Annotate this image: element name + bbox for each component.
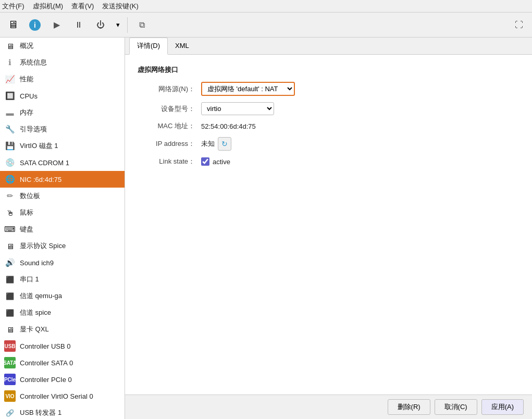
apply-button[interactable]: 应用(A) [481,399,524,415]
sidebar-item-label-ctrl-virtio: Controller VirtIO Serial 0 [20,392,120,400]
si-mem-icon [4,107,16,118]
main-layout: 概况系统信息性能CPUs内存引导选项VirtIO 磁盘 1SATA CDROM … [0,38,532,419]
sidebar-item-label-keyboard: 键盘 [20,225,120,234]
toolbar-power-dropdown-btn[interactable]: ▾ [113,15,123,35]
si-display-icon [4,240,16,252]
sidebar-item-perf[interactable]: 性能 [0,71,125,88]
device-type-label: 设备型号： [138,104,195,114]
sidebar-item-label-sound: Sound ich9 [20,259,120,267]
sidebar-item-label-display: 显示协议 Spice [20,241,120,251]
sidebar-item-label-boot: 引导选项 [20,125,120,134]
sidebar-item-sysinfo[interactable]: 系统信息 [0,54,125,71]
si-cdrom-icon [4,157,16,168]
power-icon [96,20,105,30]
sidebar-item-vga[interactable]: 显卡 QXL [0,321,125,338]
menu-bar: 文件(F) 虚拟机(M) 查看(V) 发送按键(K) [0,0,532,13]
sidebar-item-cdrom[interactable]: SATA CDROM 1 [0,154,125,171]
ip-area: 未知 ↻ [201,137,231,151]
ip-value: 未知 [201,139,215,149]
monitor-icon: 🖥 [8,19,18,31]
link-state-area: active [201,157,230,166]
sidebar-item-label-virtio: VirtIO 磁盘 1 [20,141,120,151]
network-source-select[interactable]: 虚拟网络 'default' : NAT [201,82,295,96]
si-perf-icon [4,73,16,85]
sidebar-item-label-channel-qemu: 信道 qemu-ga [20,291,120,301]
ip-address-row: IP address： 未知 ↻ [138,137,519,151]
si-sound-icon [4,257,16,268]
delete-button[interactable]: 删除(R) [388,399,430,415]
device-type-select[interactable]: virtio [201,102,274,115]
pause-icon [75,20,83,30]
link-state-value: active [213,158,230,166]
sidebar-item-mem[interactable]: 内存 [0,104,125,121]
sidebar-item-keyboard[interactable]: 键盘 [0,221,125,238]
menu-view[interactable]: 查看(V) [71,2,94,11]
sidebar-item-mouse[interactable]: 鼠标 [0,204,125,221]
sidebar-item-label-ctrl-pcie: Controller PCIe 0 [20,376,120,384]
sidebar-item-boot[interactable]: 引导选项 [0,121,125,138]
sidebar-item-label-perf: 性能 [20,75,120,84]
toolbar-overview-btn[interactable]: 🖥 [3,15,23,35]
si-tablet-icon [4,190,16,202]
tab-detail[interactable]: 详情(D) [129,38,168,55]
si-channel-icon [4,290,16,302]
menu-file[interactable]: 文件(F) [2,2,24,11]
menu-sendkey[interactable]: 发送按键(K) [102,2,138,11]
device-type-control: virtio [201,102,274,115]
si-nic-icon [4,174,16,185]
sidebar-item-channel-qemu[interactable]: 信道 qemu-ga [0,288,125,304]
sidebar-item-ctrl-usb[interactable]: USBController USB 0 [0,338,125,354]
toolbar-clone-btn[interactable] [132,15,152,35]
sidebar-item-label-vga: 显卡 QXL [20,325,120,334]
tabs-bar: 详情(D) XML [125,38,532,55]
toolbar-power-btn[interactable] [91,15,110,35]
si-mouse-icon [4,207,16,218]
clone-icon [139,20,145,30]
toolbar-pause-btn[interactable] [69,15,89,35]
sidebar-item-ctrl-sata[interactable]: SATAController SATA 0 [0,354,125,371]
sidebar-item-label-ctrl-usb: Controller USB 0 [20,342,120,350]
sidebar-item-label-channel-spice: 信道 spice [20,308,120,317]
sidebar-item-cpu[interactable]: CPUs [0,88,125,104]
sidebar-item-tablet[interactable]: 数位板 [0,188,125,204]
link-state-label: Link state： [138,157,195,166]
si-sysinfo-icon [4,57,16,68]
ctrl-sata-icon: SATA [4,357,16,368]
tab-xml[interactable]: XML [168,38,196,55]
si-channel-icon [4,307,16,318]
menu-vm[interactable]: 虚拟机(M) [33,2,64,11]
si-overview-icon [4,40,16,52]
sidebar-item-serial[interactable]: 串口 1 [0,271,125,288]
refresh-ip-button[interactable]: ↻ [218,137,231,151]
sidebar-item-label-mem: 内存 [20,108,120,117]
si-vga-icon [4,324,16,335]
toolbar-play-btn[interactable] [47,15,67,35]
bottom-bar: 删除(R) 取消(C) 应用(A) [125,395,532,419]
sidebar-item-ctrl-pcie[interactable]: PCIeController PCIe 0 [0,371,125,388]
network-source-control: 虚拟网络 'default' : NAT [201,82,295,96]
sidebar-item-overview[interactable]: 概况 [0,38,125,54]
sidebar-item-label-sysinfo: 系统信息 [20,58,120,67]
sidebar-item-label-cdrom: SATA CDROM 1 [20,159,120,167]
sidebar-item-nic[interactable]: NIC :6d:4d:75 [0,171,125,188]
sidebar-item-ctrl-virtio[interactable]: VIOController VirtIO Serial 0 [0,388,125,404]
si-virtio-icon [4,140,16,152]
toolbar-fullscreen-btn[interactable] [509,15,529,35]
section-title: 虚拟网络接口 [138,65,519,75]
fullscreen-icon [515,20,523,30]
ctrl-usb-icon: USB [4,340,16,352]
sidebar-item-channel-spice[interactable]: 信道 spice [0,304,125,321]
content-area: 详情(D) XML 虚拟网络接口 网络源(N)： 虚拟网络 'default' … [125,38,532,419]
cancel-button[interactable]: 取消(C) [435,399,477,415]
sidebar-item-sound[interactable]: Sound ich9 [0,254,125,271]
sidebar-item-label-serial: 串口 1 [20,275,120,284]
link-state-checkbox[interactable] [201,157,209,166]
link-state-row: Link state： active [138,157,519,166]
network-source-row: 网络源(N)： 虚拟网络 'default' : NAT [138,82,519,96]
sidebar-item-display[interactable]: 显示协议 Spice [0,238,125,254]
sidebar-item-virtio[interactable]: VirtIO 磁盘 1 [0,138,125,154]
toolbar-info-btn[interactable]: i [25,15,45,35]
sidebar-item-label-tablet: 数位板 [20,191,120,201]
sidebar-item-usb-redir1[interactable]: USB 转发器 1 [0,404,125,419]
network-source-label: 网络源(N)： [138,84,195,94]
